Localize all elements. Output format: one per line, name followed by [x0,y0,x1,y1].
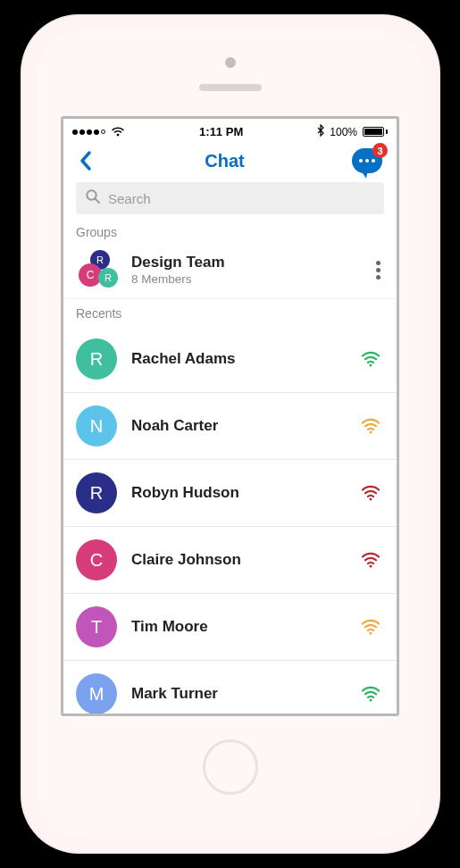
status-left [72,127,125,138]
contact-row[interactable]: MMark Turner [63,661,397,714]
avatar: R [76,472,117,513]
phone-inner: 1:11 PM 100% [37,30,424,838]
front-camera [225,57,236,68]
home-button[interactable] [203,739,258,795]
contact-row[interactable]: CClaire Johnson [63,527,397,594]
phone-frame: 1:11 PM 100% [21,14,440,854]
contact-name: Claire Johnson [131,551,361,569]
battery-icon [363,127,388,137]
contact-row[interactable]: NNoah Carter [63,393,397,460]
search-container [63,182,397,223]
battery-percent: 100% [330,126,357,138]
avatar: C [76,539,117,580]
avatar: N [76,405,117,447]
svg-point-3 [370,431,372,434]
contact-name: Rachel Adams [131,350,361,368]
bluetooth-icon [317,124,324,139]
group-row[interactable]: R C R Design Team 8 Members [63,245,397,299]
presence-wifi-icon [361,619,381,635]
presence-wifi-icon [361,686,381,702]
presence-wifi-icon [361,351,381,367]
status-time: 1:11 PM [199,125,243,138]
presence-wifi-icon [361,485,381,501]
screen: 1:11 PM 100% [61,116,399,716]
presence-wifi-icon [361,418,381,434]
contact-row[interactable]: RRobyn Hudson [63,460,397,527]
avatar: M [76,673,117,714]
contact-name: Mark Turner [131,685,361,703]
status-bar: 1:11 PM 100% [63,119,397,143]
group-name: Design Team [131,254,369,271]
section-recents-label: Recents [63,299,397,326]
contact-name: Robyn Hudson [131,484,361,502]
search-icon [85,188,101,208]
svg-point-4 [370,498,372,501]
avatar: R [76,338,117,380]
group-avatar-cluster: R C R [76,250,122,289]
svg-line-1 [96,199,100,204]
section-groups-label: Groups [63,223,397,245]
search-input[interactable] [108,191,375,206]
group-text: Design Team 8 Members [131,254,369,286]
svg-point-2 [370,364,372,367]
status-right: 100% [317,124,388,139]
avatar: T [76,606,117,647]
back-button[interactable] [74,149,97,172]
contact-row[interactable]: TTim Moore [63,594,397,661]
svg-point-7 [370,699,372,702]
contacts-list: RRachel Adams NNoah Carter RRobyn Hudson… [63,326,397,714]
presence-wifi-icon [361,552,381,568]
notifications-button[interactable]: 3 [352,148,382,173]
svg-point-5 [370,565,372,568]
search-field[interactable] [76,182,384,214]
signal-dots-icon [72,129,105,135]
phone-speaker [199,84,262,91]
wifi-icon [111,127,125,138]
group-avatar-3: R [98,268,118,288]
svg-point-6 [370,632,372,635]
group-more-button[interactable] [369,254,388,287]
chevron-left-icon [79,150,93,171]
group-subtitle: 8 Members [131,272,369,286]
page-title: Chat [205,151,244,171]
nav-bar: Chat 3 [63,143,397,182]
contact-name: Tim Moore [131,618,361,636]
contact-name: Noah Carter [131,417,361,435]
contact-row[interactable]: RRachel Adams [63,326,397,393]
notification-badge: 3 [372,143,388,158]
